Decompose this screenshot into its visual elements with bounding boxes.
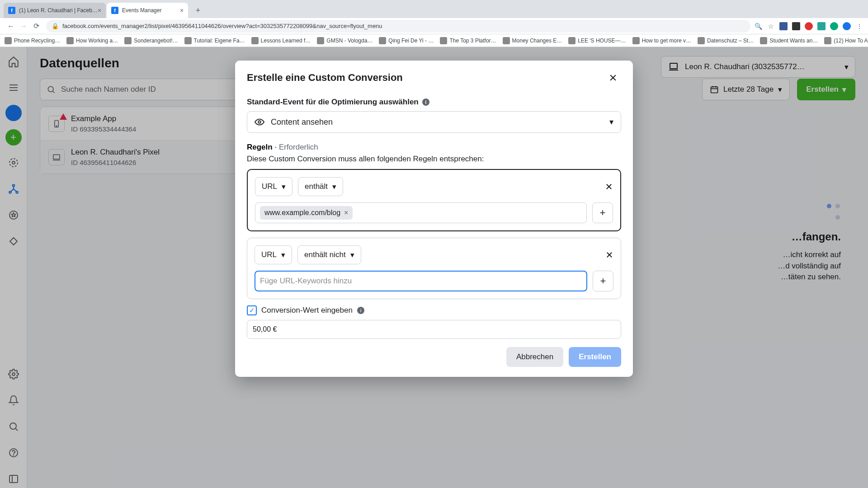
rule-operator-selector[interactable]: enthält nicht ▾	[297, 245, 361, 264]
conversion-value-toggle[interactable]: ✓ Conversion-Wert eingeben i	[247, 305, 621, 315]
bookmark-icon	[184, 37, 192, 44]
bookmark-label: Tutorial: Eigene Fa…	[194, 38, 245, 44]
optimization-label: Standard-Event für die Optimierung auswä…	[247, 98, 621, 107]
lock-icon: 🔒	[52, 23, 59, 29]
bookmark-item[interactable]: The Top 3 Platfor…	[440, 37, 496, 44]
bookmark-item[interactable]: Phone Recycling…	[5, 37, 60, 44]
bookmark-item[interactable]: Lessons Learned f…	[251, 37, 311, 44]
remove-chip-button[interactable]: ×	[344, 209, 348, 217]
chevron-down-icon: ▾	[350, 250, 354, 260]
profile-icon[interactable]	[843, 22, 851, 30]
conversion-value-input[interactable]	[247, 320, 621, 339]
url-keyword-input[interactable]	[255, 271, 587, 291]
back-icon[interactable]: ←	[5, 20, 17, 33]
url-text: facebook.com/events_manager2/list/pixel/…	[62, 23, 382, 29]
bookmark-label: How to get more v…	[642, 38, 691, 44]
bookmark-item[interactable]: GMSN - Vologda…	[317, 37, 373, 44]
extension-icon[interactable]	[830, 22, 838, 30]
bookmark-label: Phone Recycling…	[14, 38, 60, 44]
operator-value: enthält	[305, 182, 328, 191]
modal-header: Erstelle eine Custom Conversion	[235, 70, 633, 93]
close-icon	[605, 183, 613, 191]
standard-event-selector[interactable]: Content ansehen ▾	[247, 111, 621, 133]
rule-input-row: +	[255, 271, 613, 291]
bookmark-item[interactable]: Datenschutz – St…	[698, 37, 754, 44]
bookmark-icon	[440, 37, 447, 44]
rule-selectors: URL ▾ enthält ▾	[255, 177, 613, 196]
bookmark-label: Qing Fei De Yi - …	[388, 38, 434, 44]
new-tab-button[interactable]: +	[192, 4, 204, 17]
add-keyword-button[interactable]: +	[592, 202, 613, 223]
bookmark-label: Lessons Learned f…	[261, 38, 311, 44]
chevron-down-icon: ▾	[609, 117, 613, 127]
bookmark-icon	[66, 37, 74, 44]
extension-icon[interactable]	[792, 22, 800, 30]
bookmark-icon	[760, 37, 767, 44]
bookmark-icon	[124, 37, 132, 44]
remove-rule-button[interactable]	[605, 251, 613, 259]
rules-label: Regeln	[247, 143, 273, 151]
bookmark-item[interactable]: Money Changes E…	[503, 37, 562, 44]
bookmark-icon	[698, 37, 705, 44]
bookmark-icon	[824, 37, 831, 44]
close-icon[interactable]: ×	[98, 7, 101, 14]
operator-value: enthält nicht	[304, 250, 346, 259]
bookmark-item[interactable]: Qing Fei De Yi - …	[379, 37, 434, 44]
info-icon[interactable]: i	[357, 307, 364, 314]
cancel-button[interactable]: Abbrechen	[506, 347, 563, 367]
custom-conversion-modal: Erstelle eine Custom Conversion Standard…	[235, 61, 633, 377]
rule-operator-selector[interactable]: enthält ▾	[298, 177, 343, 196]
bookmark-label: How Working a…	[76, 38, 118, 44]
modal-overlay: Erstelle eine Custom Conversion Standard…	[0, 47, 868, 488]
extension-icon[interactable]	[805, 22, 813, 30]
extension-icon[interactable]	[779, 22, 788, 30]
bookmark-label: (12) How To Add A…	[834, 38, 868, 44]
browser-address-bar: ← → ⟳ 🔒 facebook.com/events_manager2/lis…	[0, 18, 868, 34]
remove-rule-button[interactable]	[605, 183, 613, 191]
eye-icon	[255, 118, 264, 126]
rules-description: Diese Custom Conversion muss allen folge…	[247, 155, 621, 164]
menu-icon[interactable]: ⋮	[855, 22, 863, 30]
bookmark-label: Sonderangebot!…	[134, 38, 178, 44]
forward-icon[interactable]: →	[17, 20, 30, 33]
browser-tab-1[interactable]: f Events Manager ×	[107, 3, 188, 18]
extension-icon[interactable]	[817, 22, 826, 30]
close-icon	[605, 251, 613, 259]
bookmark-item[interactable]: Sonderangebot!…	[124, 37, 178, 44]
bookmark-label: The Top 3 Platfor…	[449, 38, 496, 44]
modal-title: Erstelle eine Custom Conversion	[247, 72, 403, 84]
browser-tab-0[interactable]: f (1) Leon R. Chaudhari | Faceb… ×	[4, 3, 106, 18]
cancel-label: Abbrechen	[516, 352, 553, 361]
url-keyword-input[interactable]: www.example.com/blog ×	[255, 202, 587, 223]
bookmark-item[interactable]: How Working a…	[66, 37, 118, 44]
add-keyword-button[interactable]: +	[593, 271, 613, 291]
reload-icon[interactable]: ⟳	[30, 20, 42, 33]
url-field[interactable]: 🔒 facebook.com/events_manager2/list/pixe…	[46, 20, 750, 33]
zoom-icon[interactable]: 🔍	[754, 22, 762, 30]
bookmark-item[interactable]: (12) How To Add A…	[824, 37, 868, 44]
required-label: Erforderlich	[279, 143, 318, 151]
rule-field-selector[interactable]: URL ▾	[255, 245, 292, 264]
bookmark-label: Datenschutz – St…	[707, 38, 754, 44]
facebook-favicon-icon: f	[111, 7, 118, 14]
star-icon[interactable]: ☆	[767, 22, 775, 30]
info-icon[interactable]: i	[422, 99, 429, 106]
modal-body: Standard-Event für die Optimierung auswä…	[235, 93, 633, 347]
svg-point-30	[258, 121, 261, 123]
label-text: Standard-Event für die Optimierung auswä…	[247, 98, 419, 107]
bookmark-item[interactable]: LEE 'S HOUSE—…	[568, 37, 626, 44]
chevron-down-icon: ▾	[281, 250, 285, 260]
bookmark-item[interactable]: Student Wants an…	[760, 37, 818, 44]
bookmark-item[interactable]: Tutorial: Eigene Fa…	[184, 37, 245, 44]
rule-field-selector[interactable]: URL ▾	[255, 177, 292, 196]
submit-button[interactable]: Erstellen	[569, 347, 621, 367]
checkbox-checked-icon[interactable]: ✓	[247, 305, 257, 315]
url-chip: www.example.com/blog ×	[260, 206, 353, 220]
close-icon[interactable]: ×	[180, 7, 184, 14]
keyword-text-input[interactable]	[260, 277, 582, 286]
close-button[interactable]	[605, 70, 621, 86]
rules-header: Regeln · Erforderlich	[247, 143, 621, 152]
bookmark-item[interactable]: How to get more v…	[632, 37, 691, 44]
page: + Leon R. Chaudhari (3032535772… ▾ Daten…	[0, 47, 868, 488]
bookmark-label: Money Changes E…	[512, 38, 562, 44]
